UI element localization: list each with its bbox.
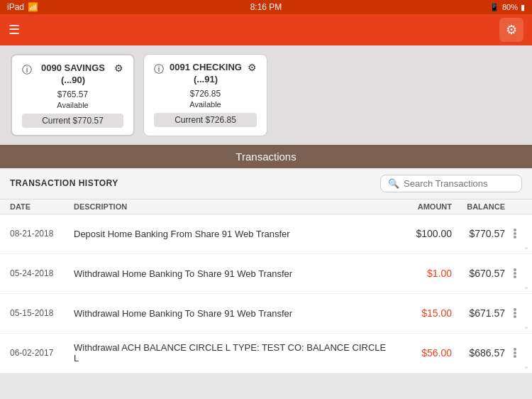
tx-amount: $56.00: [388, 347, 452, 359]
search-icon: 🔍: [388, 178, 399, 189]
account-card-header: ⓘ 0090 SAVINGS (...90) ⚙: [22, 62, 123, 87]
checking-current-bar: Current $726.85: [154, 113, 257, 127]
expand-chevron-icon[interactable]: ⌄: [523, 283, 529, 290]
transactions-title: Transactions: [235, 151, 296, 163]
expand-chevron-icon[interactable]: ⌄: [523, 322, 529, 330]
info-icon-checking[interactable]: ⓘ: [154, 63, 164, 76]
tx-balance: $770.57: [452, 228, 505, 239]
gear-icon-savings[interactable]: ⚙: [114, 62, 123, 74]
info-icon-savings[interactable]: ⓘ: [22, 64, 32, 77]
tx-description: Withdrawal ACH BALANCE CIRCLE L TYPE: TE…: [74, 342, 388, 364]
search-input[interactable]: [404, 178, 514, 189]
transaction-history-label: TRANSACTION HISTORY: [10, 178, 118, 188]
col-header-description: DESCRIPTION: [74, 202, 388, 211]
status-right: 📱 80% ▮: [489, 3, 525, 12]
table-toolbar: TRANSACTION HISTORY 🔍: [0, 168, 532, 200]
savings-available-balance: $765.57: [22, 89, 123, 99]
battery-label: 80%: [502, 3, 518, 11]
status-left: iPad 📶: [7, 2, 38, 12]
table-row[interactable]: 06-02-2017 Withdrawal ACH BALANCE CIRCLE…: [0, 334, 532, 373]
status-bar: iPad 📶 8:16 PM 📱 80% ▮: [0, 0, 532, 14]
bluetooth-icon: 📱: [489, 3, 499, 12]
menu-button[interactable]: ☰: [9, 22, 20, 38]
tx-amount: $1.00: [388, 268, 452, 279]
table-row[interactable]: 05-24-2018 Withdrawal Home Banking To Sh…: [0, 254, 532, 294]
tx-balance: $670.57: [452, 268, 505, 279]
tx-date: 05-15-2018: [10, 308, 74, 318]
account-card-savings[interactable]: ⓘ 0090 SAVINGS (...90) ⚙ $765.57 Availab…: [11, 54, 135, 136]
account-card-checking[interactable]: ⓘ 0091 CHECKING (...91) ⚙ $726.85 Availa…: [143, 54, 267, 136]
battery-icon: ▮: [521, 3, 525, 12]
col-header-balance: BALANCE: [452, 202, 505, 211]
tx-amount: $100.00: [388, 228, 452, 239]
col-header-amount: AMOUNT: [388, 202, 452, 211]
tx-date: 06-02-2017: [10, 348, 74, 358]
checking-available-balance: $726.85: [154, 89, 257, 99]
tx-amount: $15.00: [388, 307, 452, 319]
tx-menu-button[interactable]: [505, 308, 522, 318]
table-row[interactable]: 05-15-2018 Withdrawal Home Banking To Sh…: [0, 294, 532, 334]
accounts-area: ⓘ 0090 SAVINGS (...90) ⚙ $765.57 Availab…: [0, 45, 532, 145]
tx-balance: $686.57: [452, 347, 505, 359]
col-header-date: DATE: [10, 202, 74, 211]
gear-icon: ⚙: [506, 22, 517, 38]
gear-icon-checking[interactable]: ⚙: [248, 62, 257, 73]
tx-balance: $671.57: [452, 307, 505, 319]
status-time: 8:16 PM: [250, 2, 282, 12]
tx-description: Deposit Home Banking From Share 91 Web T…: [74, 229, 388, 239]
wifi-icon: 📶: [28, 2, 38, 12]
expand-chevron-icon[interactable]: ⌄: [523, 243, 529, 251]
carrier-label: iPad: [7, 2, 24, 12]
table-row[interactable]: 08-21-2018 Deposit Home Banking From Sha…: [0, 214, 532, 254]
transactions-list: 08-21-2018 Deposit Home Banking From Sha…: [0, 214, 532, 373]
hamburger-icon: ☰: [9, 23, 20, 37]
tx-menu-button[interactable]: [505, 348, 522, 358]
tx-date: 05-24-2018: [10, 268, 74, 278]
tx-menu-button[interactable]: [505, 268, 522, 278]
transactions-section-header: Transactions: [0, 145, 532, 168]
checking-available-label: Available: [154, 100, 257, 109]
expand-chevron-icon[interactable]: ⌄: [523, 362, 529, 370]
account-name-savings: 0090 SAVINGS (...90): [32, 62, 114, 87]
settings-button[interactable]: ⚙: [499, 18, 523, 42]
tx-date: 08-21-2018: [10, 229, 74, 239]
search-box[interactable]: 🔍: [380, 175, 522, 192]
app-header: ☰ ⚙: [0, 14, 532, 45]
column-headers: DATE DESCRIPTION AMOUNT BALANCE: [0, 200, 532, 214]
tx-menu-button[interactable]: [505, 229, 522, 239]
savings-current-bar: Current $770.57: [22, 114, 123, 128]
account-name-checking: 0091 CHECKING (...91): [164, 62, 248, 86]
tx-description: Withdrawal Home Banking To Share 91 Web …: [74, 308, 388, 319]
account-card-header-checking: ⓘ 0091 CHECKING (...91) ⚙: [154, 62, 257, 86]
tx-description: Withdrawal Home Banking To Share 91 Web …: [74, 268, 388, 279]
savings-available-label: Available: [22, 101, 123, 109]
